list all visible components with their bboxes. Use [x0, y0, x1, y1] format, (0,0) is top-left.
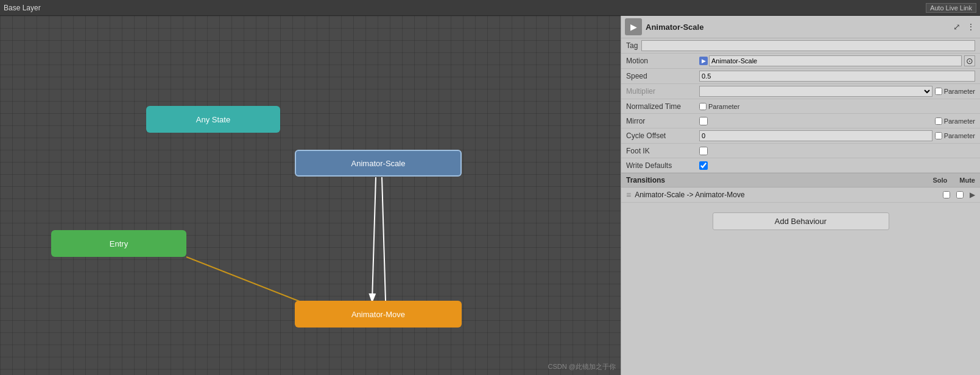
normalized-time-label: Normalized Time: [626, 102, 699, 111]
write-defaults-checkbox[interactable]: [699, 161, 708, 170]
inspector-title-input[interactable]: [646, 23, 948, 32]
svg-line-5: [382, 177, 386, 301]
main-content: Any State Entry Animator-Scale Animator-…: [0, 16, 980, 375]
foot-ik-row: Foot IK: [621, 144, 980, 158]
transition-mute-checkbox[interactable]: [956, 191, 964, 198]
add-behaviour-section: Add Behaviour: [621, 203, 980, 240]
multiplier-row: Multiplier Parameter: [621, 84, 980, 99]
auto-live-link-button[interactable]: Auto Live Link: [926, 3, 976, 13]
transitions-header: Transitions Solo Mute: [621, 173, 980, 188]
foot-ik-checkbox[interactable]: [699, 147, 708, 155]
animator-move-label: Animator-Move: [351, 310, 405, 319]
tag-input[interactable]: [641, 40, 975, 51]
entry-label: Entry: [110, 239, 128, 248]
inspector-expand-button[interactable]: ⤢: [952, 21, 962, 33]
motion-label: Motion: [626, 57, 699, 65]
entry-node[interactable]: Entry: [51, 230, 186, 257]
multiplier-param-row: Parameter: [935, 88, 975, 95]
multiplier-value-container: Parameter: [699, 86, 975, 97]
any-state-label: Any State: [196, 115, 230, 124]
write-defaults-row: Write Defaults: [621, 158, 980, 173]
tag-row: Tag: [621, 38, 980, 54]
normalized-param-checkbox[interactable]: [699, 103, 707, 110]
inspector-panel: ▶ ⤢ ⋮ Tag Motion ▶ ⊙ Speed: [621, 16, 980, 375]
mirror-param-checkbox[interactable]: [935, 117, 942, 125]
multiplier-label: Multiplier: [626, 87, 699, 96]
motion-icon: ▶: [699, 57, 708, 65]
any-state-node[interactable]: Any State: [146, 106, 280, 133]
mirror-row: Mirror Parameter: [621, 114, 980, 128]
inspector-menu-button[interactable]: ⋮: [965, 21, 976, 33]
normalized-param-row: Parameter: [699, 103, 739, 110]
mirror-param-row: Parameter: [935, 117, 975, 125]
multiplier-param-label: Parameter: [944, 88, 975, 95]
cycle-offset-param-label: Parameter: [944, 132, 975, 139]
base-layer-title: Base Layer: [4, 4, 41, 12]
animator-scale-label: Animator-Scale: [351, 159, 406, 168]
mirror-value-container: Parameter: [699, 117, 975, 125]
normalized-param-label: Parameter: [708, 103, 739, 110]
speed-input[interactable]: [699, 71, 975, 82]
add-behaviour-button[interactable]: Add Behaviour: [713, 212, 889, 230]
animator-scale-node[interactable]: Animator-Scale: [295, 150, 462, 177]
normalized-time-value-container: Parameter: [699, 103, 975, 110]
motion-value-container: ▶ ⊙: [699, 55, 975, 66]
transition-drag-icon: ≡: [626, 190, 631, 200]
cycle-offset-value-container: Parameter: [699, 130, 975, 141]
mirror-label: Mirror: [626, 117, 699, 125]
cycle-offset-param-checkbox[interactable]: [935, 132, 942, 139]
cycle-offset-input[interactable]: [699, 130, 932, 141]
write-defaults-label: Write Defaults: [626, 161, 699, 170]
speed-label: Speed: [626, 72, 699, 80]
mirror-checkbox[interactable]: [699, 117, 708, 125]
animator-canvas[interactable]: Any State Entry Animator-Scale Animator-…: [0, 16, 621, 375]
transition-solo-checkbox[interactable]: [943, 191, 950, 198]
cycle-offset-label: Cycle Offset: [626, 131, 699, 140]
transition-checkboxes: [943, 191, 964, 198]
multiplier-select[interactable]: [699, 86, 932, 97]
watermark-text: CSDN @此镜加之于你: [548, 362, 616, 371]
normalized-time-row: Normalized Time Parameter: [621, 99, 980, 114]
cycle-offset-row: Cycle Offset Parameter: [621, 128, 980, 144]
transition-text: Animator-Scale -> Animator-Move: [635, 191, 939, 199]
mirror-param-label: Parameter: [944, 117, 975, 125]
motion-row: Motion ▶ ⊙: [621, 54, 980, 69]
transitions-header-right: Solo Mute: [932, 177, 975, 184]
cycle-offset-param-row: Parameter: [935, 132, 975, 139]
inspector-icon: ▶: [625, 18, 642, 35]
speed-row: Speed: [621, 69, 980, 84]
mute-label: Mute: [959, 177, 975, 184]
transition-expand-button[interactable]: ▶: [970, 191, 975, 199]
foot-ik-value-container: [699, 147, 975, 155]
motion-input-container: ▶: [699, 55, 962, 66]
animator-move-node[interactable]: Animator-Move: [295, 301, 462, 328]
top-bar: Base Layer Auto Live Link: [0, 0, 980, 16]
motion-select-button[interactable]: ⊙: [964, 55, 975, 66]
motion-text-input[interactable]: [709, 55, 962, 66]
foot-ik-label: Foot IK: [626, 147, 699, 155]
write-defaults-value-container: [699, 161, 975, 170]
multiplier-param-checkbox[interactable]: [935, 88, 942, 95]
speed-value-container: [699, 71, 975, 82]
svg-line-4: [372, 177, 376, 301]
inspector-header: ▶ ⤢ ⋮: [621, 16, 980, 38]
transitions-label: Transitions: [626, 176, 665, 184]
solo-label: Solo: [932, 177, 947, 184]
transition-row[interactable]: ≡ Animator-Scale -> Animator-Move ▶: [621, 188, 980, 203]
tag-label: Tag: [626, 41, 638, 50]
